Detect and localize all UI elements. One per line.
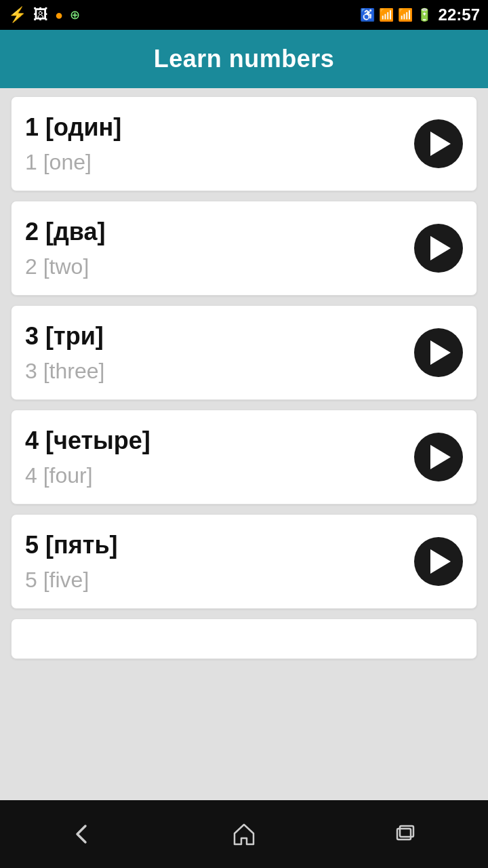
- number-secondary-2: 2 [two]: [25, 254, 106, 279]
- play-button-4[interactable]: [414, 433, 463, 481]
- recents-icon: [394, 822, 419, 846]
- usb-icon: ⚡: [8, 6, 26, 24]
- number-text-2: 2 [два] 2 [two]: [25, 218, 106, 279]
- number-card-3: 3 [три] 3 [three]: [11, 305, 477, 400]
- play-button-1[interactable]: [414, 119, 463, 168]
- status-bar-right: ♿ 📶 📶 🔋 22:57: [360, 5, 480, 24]
- number-secondary-3: 3 [three]: [25, 359, 104, 384]
- play-button-2[interactable]: [414, 224, 463, 273]
- number-primary-3: 3 [три]: [25, 322, 104, 351]
- number-primary-1: 1 [один]: [25, 113, 121, 142]
- number-secondary-5: 5 [five]: [25, 568, 118, 593]
- svg-marker-0: [235, 825, 253, 844]
- status-bar-left: ⚡ 🖼 ● ⊕: [8, 6, 80, 24]
- play-icon-3: [430, 340, 451, 365]
- record-icon: ●: [55, 7, 63, 23]
- back-button[interactable]: [54, 814, 108, 854]
- number-secondary-4: 4 [four]: [25, 463, 150, 488]
- play-icon-4: [430, 445, 451, 469]
- play-icon-5: [430, 549, 451, 574]
- image-icon: 🖼: [33, 6, 48, 24]
- wifi-icon: 📶: [379, 7, 394, 22]
- number-text-4: 4 [четыре] 4 [four]: [25, 427, 150, 488]
- play-icon-2: [430, 236, 451, 260]
- number-card-partial: [11, 618, 477, 659]
- recents-button[interactable]: [380, 814, 434, 854]
- number-primary-2: 2 [два]: [25, 218, 106, 246]
- battery-icon: 🔋: [417, 7, 432, 22]
- number-card-5: 5 [пять] 5 [five]: [11, 514, 477, 609]
- home-button[interactable]: [217, 814, 271, 854]
- home-icon: [232, 822, 256, 846]
- play-button-5[interactable]: [414, 537, 463, 586]
- time-display: 22:57: [439, 5, 480, 24]
- play-icon-1: [430, 132, 451, 156]
- app-header: Learn numbers: [0, 30, 488, 88]
- battery-status-icon: ⊕: [70, 7, 80, 22]
- number-primary-4: 4 [четыре]: [25, 427, 150, 455]
- bottom-nav: [0, 800, 488, 868]
- back-icon: [69, 822, 94, 846]
- number-text-3: 3 [три] 3 [three]: [25, 322, 104, 384]
- number-text-5: 5 [пять] 5 [five]: [25, 531, 118, 593]
- signal-icon: 📶: [398, 7, 413, 22]
- play-button-3[interactable]: [414, 328, 463, 377]
- status-bar: ⚡ 🖼 ● ⊕ ♿ 📶 📶 🔋 22:57: [0, 0, 488, 30]
- number-secondary-1: 1 [one]: [25, 150, 121, 175]
- app-title: Learn numbers: [154, 45, 335, 73]
- hearing-icon: ♿: [360, 7, 375, 22]
- number-primary-5: 5 [пять]: [25, 531, 118, 559]
- number-card-2: 2 [два] 2 [two]: [11, 201, 477, 296]
- number-card-4: 4 [четыре] 4 [four]: [11, 410, 477, 505]
- content-area: 1 [один] 1 [one] 2 [два] 2 [two] 3 [три]…: [0, 88, 488, 800]
- number-card-1: 1 [один] 1 [one]: [11, 96, 477, 191]
- number-text-1: 1 [один] 1 [one]: [25, 113, 121, 175]
